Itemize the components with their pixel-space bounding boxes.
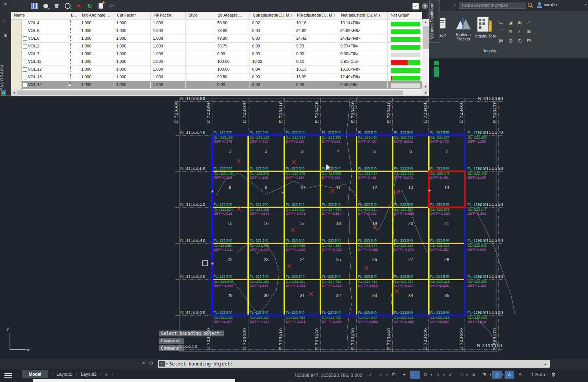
table-row-VOL.5[interactable]: VOL.51.0001.0001.00073.990.0034.6234.62<…: [11, 27, 422, 35]
selection-cycling-icon-dropdown[interactable]: ▾: [490, 373, 491, 376]
apply-check-icon[interactable]: ✓: [412, 3, 419, 10]
table-row-VOL.11[interactable]: VOL.111.0001.0001.000100.0010.026.103.91…: [11, 58, 422, 66]
bounded-volume-icon[interactable]: [70, 74, 71, 79]
row-checkbox[interactable]: [23, 52, 27, 56]
search-input[interactable]: Type a keyword or phrase: [459, 2, 526, 9]
table-row-VOL.13[interactable]: VOL.131.0001.0001.00099.800.9013.3912.49…: [11, 74, 422, 81]
refresh-icon[interactable]: ↻: [86, 3, 93, 9]
tab-layout1[interactable]: Layout1: [57, 372, 72, 377]
row-checkbox[interactable]: [23, 36, 27, 41]
inquiry-grid-icon-8[interactable]: ▤: [497, 37, 506, 46]
inquiry-panel-label[interactable]: Inquiry ▾: [469, 49, 513, 53]
column-header-3[interactable]: Cut Factor: [114, 12, 151, 19]
command-scroll-up-icon[interactable]: ▲: [544, 362, 547, 366]
dynamic-input-icon[interactable]: +: [399, 371, 409, 379]
properties-icon[interactable]: ✱: [0, 33, 11, 38]
table-row-VOL.2[interactable]: VOL.21.0001.0001.00039.790.009.739.73<Fi…: [11, 43, 422, 50]
isodraft-icon[interactable]: ∖: [433, 371, 443, 379]
column-header-10[interactable]: Net Graph: [388, 12, 422, 19]
signed-in-user[interactable]: surojit.r: [544, 3, 557, 7]
titlebar-more-icon[interactable]: ▾: [585, 3, 587, 7]
bounded-volume-icon[interactable]: [70, 82, 71, 87]
table-row-VOL.14[interactable]: VOL.141.0001.0001.0000.000.000.000.00<Fi…: [11, 81, 422, 89]
column-header-0[interactable]: Name: [11, 12, 68, 19]
annotation-scale-control[interactable]: 1:250 ▾: [531, 372, 545, 377]
inquiry-grid-icon-2[interactable]: ⊞: [515, 18, 524, 27]
table-horizontal-scrollbar[interactable]: ◄ ►: [11, 90, 429, 96]
column-header-1[interactable]: B...: [68, 12, 79, 19]
add-text-icon[interactable]: A+: [108, 3, 115, 9]
help-icon[interactable]: ?: [422, 3, 428, 9]
table-row-VOL.12[interactable]: VOL.121.0001.0001.000100.000.0418.1318.1…: [11, 66, 422, 74]
inquiry-grid-icon-9[interactable]: ◎: [506, 37, 515, 46]
row-checkbox[interactable]: [23, 44, 27, 49]
menu-burger-icon[interactable]: [4, 372, 12, 379]
user-avatar-icon[interactable]: [537, 2, 542, 8]
polar-tracking-icon[interactable]: ⊙: [421, 371, 430, 379]
column-header-2[interactable]: Mid-Ordinate ...: [79, 12, 114, 19]
inquiry-tool-icon[interactable]: [477, 16, 494, 34]
volumes-dashboard-tab[interactable]: Volumes Dashboard: [429, 0, 440, 43]
inquiry-grid-icon-6[interactable]: Σ: [515, 28, 524, 36]
inquiry-grid-icon-10[interactable]: ◷: [515, 37, 524, 46]
lineweight-icon[interactable]: ≡: [469, 371, 478, 379]
row-checkbox[interactable]: [23, 29, 27, 33]
scroll-right-icon[interactable]: ►: [423, 90, 429, 96]
inquiry-grid-icon-5[interactable]: ⊠: [506, 28, 515, 36]
scroll-up-icon[interactable]: ▲: [422, 19, 429, 25]
osnap-icon-dropdown[interactable]: ▾: [466, 373, 468, 376]
inquiry-tool-label[interactable]: Inquiry Tool: [472, 34, 499, 38]
vscroll-thumb[interactable]: [423, 26, 429, 49]
volumes-table-header[interactable]: NameB...Mid-Ordinate ...Cut FactorFill F…: [11, 12, 422, 19]
scroll-left-icon[interactable]: ◄: [11, 90, 17, 96]
infer-constraints-icon[interactable]: ⊡: [389, 371, 398, 379]
inquiry-grid-icon-7[interactable]: ≋: [524, 28, 533, 36]
row-checkbox[interactable]: [23, 21, 27, 25]
table-vertical-scrollbar[interactable]: ▲ ▼: [422, 19, 429, 90]
new-report-icon[interactable]: [97, 3, 104, 9]
annotation-monitor-icon[interactable]: A: [505, 371, 514, 379]
table-columns-icon[interactable]: [31, 3, 38, 9]
close-command-icon[interactable]: ✕: [141, 360, 146, 366]
drag-handle-icon[interactable]: ∷: [135, 360, 138, 366]
snap-mode-icon[interactable]: ∷: [376, 371, 386, 379]
bounded-volume-icon[interactable]: [70, 43, 71, 49]
command-input[interactable]: >_ ▾ Select bounding object: ▲: [158, 360, 550, 368]
bounded-volume-icon[interactable]: [70, 28, 71, 33]
new-bucket-icon[interactable]: [53, 3, 60, 9]
row-checkbox[interactable]: [23, 83, 27, 87]
column-header-4[interactable]: Fill Factor: [151, 12, 186, 19]
column-header-9[interactable]: Net(adjusted)(Cu. M.): [338, 12, 388, 19]
tab-layout2[interactable]: Layout2: [81, 372, 97, 377]
station-tracker-icon[interactable]: [455, 17, 472, 32]
osnap-icon[interactable]: □: [456, 371, 466, 379]
table-row-VOL.4[interactable]: VOL.41.0001.0001.00050.000.0210.1610.14<…: [11, 19, 422, 27]
inquiry-grid-icon-1[interactable]: ◢: [506, 18, 515, 27]
inquiry-grid-icon-4[interactable]: ⌒: [497, 28, 506, 36]
isodraft-icon-dropdown[interactable]: ▾: [443, 373, 445, 376]
ortho-mode-icon[interactable]: ∟: [410, 371, 420, 379]
customize-wrench-icon[interactable]: ⚙: [149, 360, 153, 366]
table-row-VOL.7[interactable]: VOL.71.0001.0001.0000.000.000.000.00<Fil…: [11, 50, 422, 58]
expand-arrow-icon[interactable]: ▸: [455, 3, 456, 7]
bounded-volume-icon[interactable]: [70, 67, 71, 72]
polar-tracking-icon-dropdown[interactable]: ▾: [431, 373, 432, 376]
dynamic-ucs-icon[interactable]: ◇: [492, 371, 502, 379]
bounded-volume-icon[interactable]: [70, 51, 71, 56]
recent-commands-icon[interactable]: ▾: [166, 362, 168, 366]
row-checkbox[interactable]: [23, 67, 27, 72]
column-header-5[interactable]: Style: [186, 12, 215, 19]
hscroll-thumb[interactable]: [17, 90, 403, 95]
bounded-volume-icon[interactable]: [70, 59, 71, 64]
autoscale-icon[interactable]: A: [515, 371, 525, 379]
row-checkbox[interactable]: [23, 75, 27, 79]
new-layout-icon[interactable]: +: [105, 371, 108, 378]
customization-gear-icon[interactable]: ⚙: [551, 371, 556, 378]
row-checkbox[interactable]: [23, 60, 27, 64]
bounded-volume-icon[interactable]: [70, 20, 71, 25]
otrack-icon[interactable]: ∠: [446, 371, 455, 379]
search-icon[interactable]: [527, 2, 533, 8]
table-row-VOL.6[interactable]: VOL.61.0001.0001.00049.800.0024.4224.42<…: [11, 35, 422, 43]
auto-hide-pin-icon[interactable]: ⊩: [0, 18, 11, 24]
bounded-volume-icon[interactable]: [70, 36, 71, 41]
